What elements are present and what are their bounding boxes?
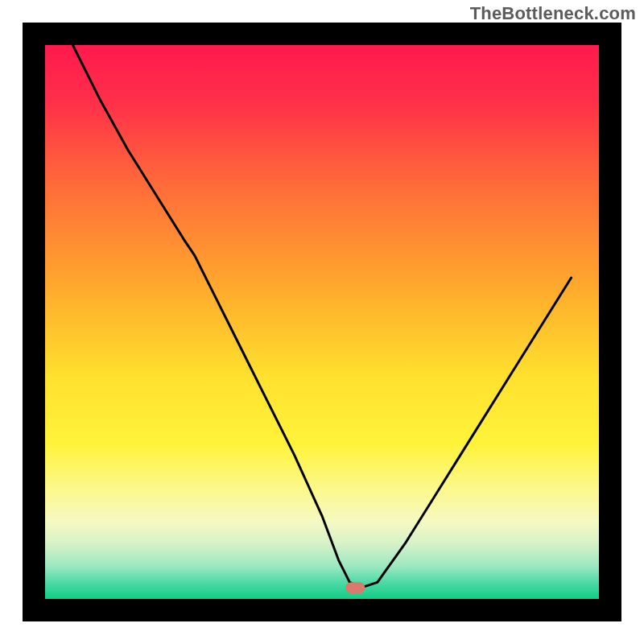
bottleneck-chart — [0, 0, 644, 644]
watermark-text: TheBottleneck.com — [470, 3, 636, 24]
optimal-point-marker — [345, 582, 365, 593]
chart-container: TheBottleneck.com — [0, 0, 644, 644]
